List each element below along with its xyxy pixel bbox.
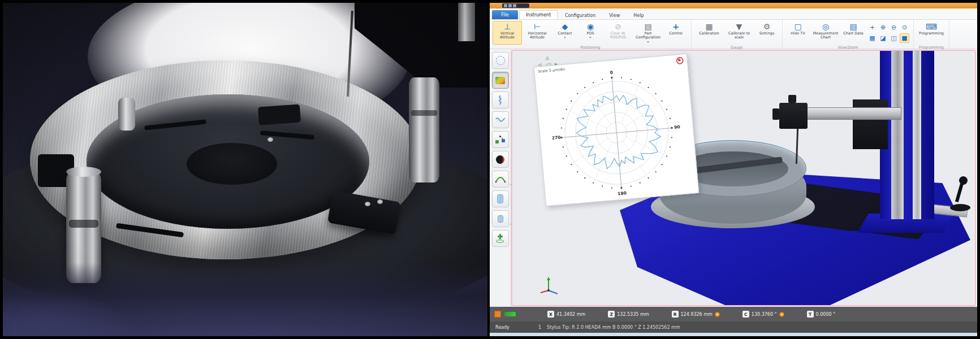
- clear-w-pos-icon: ⊘: [615, 22, 621, 32]
- parallelism-icon: [495, 136, 505, 144]
- axis-readout-x: X41.3402 mm: [547, 311, 585, 318]
- chart-recenter-icon[interactable]: [676, 56, 684, 64]
- ribbon-group-gauge: ▦ Calibration ▼ Calibrate to scale ⚙ Set…: [692, 20, 783, 49]
- contact-button[interactable]: ◆ Contact ▾: [552, 21, 577, 45]
- joystick-base: [950, 204, 970, 211]
- horizontal-attitude-icon: ⊢: [534, 22, 541, 32]
- calibrate-to-scale-icon: ▼: [736, 22, 742, 32]
- tab-instrument[interactable]: Instrument: [519, 10, 558, 19]
- part-configuration-icon: ▤: [644, 22, 651, 32]
- pan-button[interactable]: +: [867, 23, 877, 32]
- file-menu-button[interactable]: File: [492, 10, 518, 19]
- sidebar-item-cylindricity[interactable]: [492, 190, 509, 207]
- zoom-fit-button[interactable]: ⊙: [900, 23, 909, 32]
- sidebar-item-straightness[interactable]: [492, 92, 509, 108]
- connection-indicator: [504, 312, 516, 316]
- machine-column: [880, 51, 934, 219]
- column-rail: [891, 51, 904, 219]
- tab-help[interactable]: Help: [627, 11, 650, 19]
- svg-text:270: 270: [551, 134, 561, 140]
- window-bottom-edge: [490, 333, 977, 336]
- pos-button[interactable]: ◉ POS ▾: [578, 21, 603, 45]
- zoom-out-button[interactable]: ⊖: [889, 23, 899, 32]
- chart-data-button[interactable]: ▤ Chart Data: [841, 21, 866, 45]
- svg-text:0: 0: [610, 70, 613, 75]
- wireframe-view-button[interactable]: ◫: [889, 33, 899, 43]
- flatness-icon: [495, 77, 505, 84]
- nav-up-icon[interactable]: ▲: [545, 54, 550, 60]
- pos-icon: ◉: [587, 22, 594, 32]
- horizontal-arm: [805, 107, 901, 120]
- sidebar-item-thickness[interactable]: [492, 151, 509, 168]
- axis-triad-icon: [538, 276, 561, 296]
- axis-readout-r: R124.9326 mm: [672, 311, 720, 318]
- quick-access-toolbar[interactable]: [502, 3, 529, 8]
- sidebar-item-squareness[interactable]: [492, 230, 509, 247]
- polar-chart-card[interactable]: Scale 5 µm/div 090180270: [534, 54, 700, 207]
- sidebar-item-parallelism[interactable]: [492, 131, 509, 148]
- sidebar-item-waviness[interactable]: [492, 111, 509, 128]
- sidebar-item-roundness[interactable]: [492, 52, 509, 69]
- warning-dot-icon: [715, 312, 720, 317]
- probe-head: [779, 103, 808, 129]
- sidebar-item-arc[interactable]: ▸: [492, 171, 509, 188]
- calibration-button[interactable]: ▦ Calibration: [694, 21, 724, 45]
- gear-icon: ⚙: [763, 22, 771, 32]
- control-icon: +: [672, 22, 679, 32]
- squareness-icon: [495, 234, 505, 243]
- shaded-view-button[interactable]: ■: [900, 33, 909, 43]
- tab-view[interactable]: View: [603, 11, 626, 19]
- calibrate-to-scale-button[interactable]: ▼ Calibrate to scale: [724, 21, 754, 45]
- joystick-ball: [959, 176, 968, 185]
- axis-readout-z: Z132.5335 mm: [608, 311, 649, 318]
- clear-w-pos-button: ⊘ Clear W. POS/POS: [603, 21, 633, 45]
- hide-tv-icon: ▢: [794, 22, 801, 32]
- hide-tv-button[interactable]: ▢ Hide TV: [785, 21, 810, 45]
- title-bar: [490, 3, 977, 8]
- view-cube-button[interactable]: ◪: [878, 33, 888, 43]
- column-rail: [913, 51, 921, 219]
- screenshot: File Instrument Configuration View Help …: [0, 0, 980, 339]
- horizontal-attitude-button[interactable]: ⊢ Horizontal Attitude: [523, 21, 552, 45]
- vertical-attitude-button[interactable]: ⊥ Vertical Attitude: [493, 21, 522, 45]
- 3d-viewport[interactable]: ▲ ◀ ▼ ▶: [511, 50, 976, 306]
- warning-dot-icon: [779, 312, 784, 317]
- copy-view-button[interactable]: ▦: [867, 33, 877, 43]
- view-zoom-icon-grid: + ⊕ ⊖ ⊙ ▦ ◪ ◫ ■: [867, 23, 909, 43]
- part-configuration-button[interactable]: ▤ Part Configuration ▾: [633, 21, 663, 45]
- measurement-chart-icon: ◎: [822, 22, 829, 32]
- polar-profile-chart: 090180270: [547, 63, 687, 202]
- measurement-app-window: File Instrument Configuration View Help …: [490, 3, 977, 336]
- programming-icon: ⌨: [926, 22, 937, 32]
- axis-readout-c: C130.3760 °: [742, 311, 784, 318]
- cylindricity-icon: [497, 194, 503, 203]
- chevron-down-icon: ▾: [590, 36, 592, 39]
- chart-data-icon: ▤: [849, 22, 857, 32]
- control-button[interactable]: + Control: [663, 21, 688, 45]
- axis-status-bar: X41.3402 mm Z132.5335 mm R124.9326 mm C1…: [490, 307, 977, 321]
- zoom-in-button[interactable]: ⊕: [878, 23, 888, 32]
- vertical-attitude-icon: ⊥: [504, 22, 511, 32]
- measurement-chart-button[interactable]: ◎ Measurement Chart: [811, 21, 840, 45]
- status-counter: 1: [538, 325, 541, 330]
- programming-button[interactable]: ⌨ Programming: [917, 21, 946, 45]
- machine-status-indicator: [494, 311, 501, 318]
- straightness-icon: [495, 95, 506, 105]
- joystick: [947, 176, 972, 211]
- sidebar-item-flatness[interactable]: [492, 72, 509, 89]
- settings-button[interactable]: ⚙ Settings: [754, 21, 779, 45]
- waviness-icon: [495, 115, 506, 125]
- workpiece-photo: [3, 3, 487, 336]
- sidebar-item-coaxiality[interactable]: ▸: [492, 210, 509, 227]
- chevron-down-icon: ▾: [564, 36, 566, 39]
- chevron-down-icon: ▾: [647, 40, 649, 44]
- ribbon-toolbar: ⊥ Vertical Attitude ⊢ Horizontal Attitud…: [490, 20, 977, 49]
- svg-text:180: 180: [618, 190, 627, 196]
- ribbon-group-programming: ⌨ Programming Programming: [914, 20, 949, 49]
- ribbon-tab-row: File Instrument Configuration View Help: [490, 8, 977, 20]
- arc-icon: [495, 175, 506, 183]
- ribbon-group-view-zoom: ▢ Hide TV ◎ Measurement Chart ▤ Chart Da…: [783, 20, 914, 49]
- stylus-tip-info: Stylus Tip: R 2.0 HEAD4 mm B 0.0000 ° Z …: [547, 325, 680, 330]
- tab-configuration[interactable]: Configuration: [559, 11, 602, 19]
- measurement-type-sidebar: ▸ ▸: [490, 49, 511, 307]
